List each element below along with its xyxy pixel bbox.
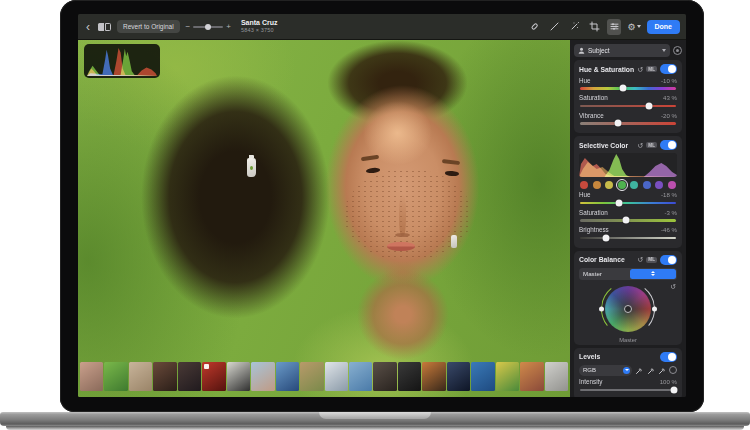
compare-icon[interactable] (98, 23, 111, 31)
reset-adjustment-icon[interactable]: ↺ (637, 256, 643, 263)
color-swatch[interactable] (618, 181, 626, 189)
levels-options-icon[interactable] (669, 366, 677, 374)
intensity-slider[interactable]: Intensity100 % (579, 378, 677, 391)
color-balance-section: Color Balance ↺ ML Master ↺ (574, 251, 682, 345)
zoom-control[interactable]: − + (186, 22, 231, 31)
color-swatch[interactable] (668, 181, 676, 189)
hue-saturation-toggle[interactable] (660, 64, 677, 74)
selection-options-icon[interactable] (673, 46, 682, 55)
slider-label: Intensity (579, 378, 602, 385)
ml-badge: ML (646, 66, 657, 72)
levels-controls-row: RGB (579, 365, 677, 376)
color-swatch[interactable] (580, 181, 588, 189)
photo-left-earring (247, 158, 256, 177)
slider-thumb[interactable] (646, 102, 653, 109)
toolbar: ‹ Revert to Original − + Santa Cruz 5843… (78, 14, 686, 40)
wheel-right-handle[interactable] (652, 306, 657, 311)
range-dropdown-label: Master (583, 270, 630, 277)
levels-toggle[interactable] (660, 352, 677, 362)
color-swatch[interactable] (655, 181, 663, 189)
slider-thumb[interactable] (671, 386, 678, 393)
photo-canvas[interactable] (78, 40, 570, 397)
crop-icon[interactable] (587, 19, 601, 35)
wheel-reset-icon[interactable]: ↺ (670, 283, 676, 291)
filmstrip-thumbnail[interactable] (373, 362, 396, 391)
zoom-out-icon[interactable]: − (186, 22, 191, 31)
app-window: ‹ Revert to Original − + Santa Cruz 5843… (78, 14, 686, 397)
filmstrip-thumbnail[interactable] (153, 362, 176, 391)
section-title: Color Balance (579, 256, 634, 263)
color-balance-range-dropdown[interactable]: Master (579, 268, 677, 280)
adjustments-panel: Subject Hue & Saturation ↺ ML Hue-10 % (570, 40, 686, 397)
color-swatch[interactable] (643, 181, 651, 189)
subject-dropdown[interactable]: Subject (574, 44, 670, 57)
reset-adjustment-icon[interactable]: ↺ (637, 66, 643, 73)
filmstrip-thumbnail[interactable] (471, 362, 494, 391)
selective-color-section: Selective Color ↺ ML (574, 136, 682, 248)
color-swatch[interactable] (593, 181, 601, 189)
histogram-green-area (604, 154, 629, 177)
adjustments-icon[interactable] (607, 19, 621, 35)
eyedropper-white-icon[interactable] (658, 365, 667, 376)
filmstrip-thumbnail[interactable] (422, 362, 445, 391)
filmstrip-thumbnail[interactable] (178, 362, 201, 391)
brush-icon[interactable] (547, 19, 561, 35)
filmstrip-thumbnail[interactable] (325, 362, 348, 391)
document-title: Santa Cruz (241, 19, 278, 27)
color-swatch-row[interactable] (580, 181, 676, 189)
ml-badge: ML (646, 257, 657, 263)
section-title: Selective Color (579, 142, 634, 149)
vibrance-slider[interactable]: Vibrance-20 % (579, 112, 677, 125)
color-swatch[interactable] (630, 181, 638, 189)
slider-thumb[interactable] (620, 85, 627, 92)
revert-to-original-button[interactable]: Revert to Original (117, 20, 180, 33)
filmstrip-thumbnail[interactable] (520, 362, 543, 391)
chevron-down-icon (637, 25, 641, 28)
wand-icon[interactable] (567, 19, 581, 35)
color-swatch[interactable] (605, 181, 613, 189)
hue-slider[interactable]: Hue-10 % (579, 77, 677, 90)
filmstrip-thumbnail[interactable] (104, 362, 127, 391)
slider-label: Saturation (579, 94, 608, 101)
filmstrip-thumbnail[interactable] (398, 362, 421, 391)
filmstrip-thumbnail[interactable] (276, 362, 299, 391)
slider-thumb[interactable] (602, 234, 609, 241)
reset-adjustment-icon[interactable]: ↺ (637, 142, 643, 149)
selective-saturation-slider[interactable]: Saturation-3 % (579, 209, 677, 222)
eyedropper-gray-icon[interactable] (646, 365, 655, 376)
filmstrip-thumbnail[interactable] (300, 362, 323, 391)
filmstrip-thumbnail[interactable] (251, 362, 274, 391)
filmstrip-thumbnail[interactable] (129, 362, 152, 391)
histogram-purple-area (644, 163, 677, 177)
zoom-slider-thumb[interactable] (205, 24, 211, 30)
filmstrip-thumbnail[interactable] (349, 362, 372, 391)
color-balance-wheel[interactable] (605, 286, 651, 332)
filmstrip-thumbnail[interactable] (447, 362, 470, 391)
slider-thumb[interactable] (623, 217, 630, 224)
filmstrip-thumbnail[interactable] (496, 362, 519, 391)
wheel-caption: Master (579, 337, 677, 343)
filmstrip[interactable] (80, 362, 568, 391)
saturation-slider[interactable]: Saturation43 % (579, 94, 677, 107)
levels-channel-dropdown[interactable]: RGB (579, 365, 632, 376)
eyedropper-black-icon[interactable] (635, 365, 644, 376)
selective-hue-slider[interactable]: Hue-18 % (579, 191, 677, 204)
slider-thumb[interactable] (616, 199, 623, 206)
repair-icon[interactable] (527, 19, 541, 35)
zoom-slider[interactable] (193, 26, 223, 28)
slider-thumb[interactable] (615, 120, 622, 127)
filmstrip-thumbnail[interactable] (227, 362, 250, 391)
selective-color-toggle[interactable] (660, 140, 677, 150)
wheel-center-handle[interactable] (624, 305, 632, 313)
settings-icon[interactable]: ⚙ (627, 22, 640, 32)
filmstrip-thumbnail[interactable] (80, 362, 103, 391)
back-button[interactable]: ‹ (84, 22, 92, 32)
selective-brightness-slider[interactable]: Brightness-46 % (579, 226, 677, 239)
done-button[interactable]: Done (647, 20, 681, 34)
filmstrip-thumbnail[interactable] (545, 362, 568, 391)
wheel-left-handle[interactable] (599, 306, 604, 311)
chevron-down-icon (662, 49, 666, 52)
color-balance-toggle[interactable] (660, 255, 677, 265)
filmstrip-thumbnail[interactable] (202, 362, 225, 391)
zoom-in-icon[interactable]: + (226, 22, 231, 31)
